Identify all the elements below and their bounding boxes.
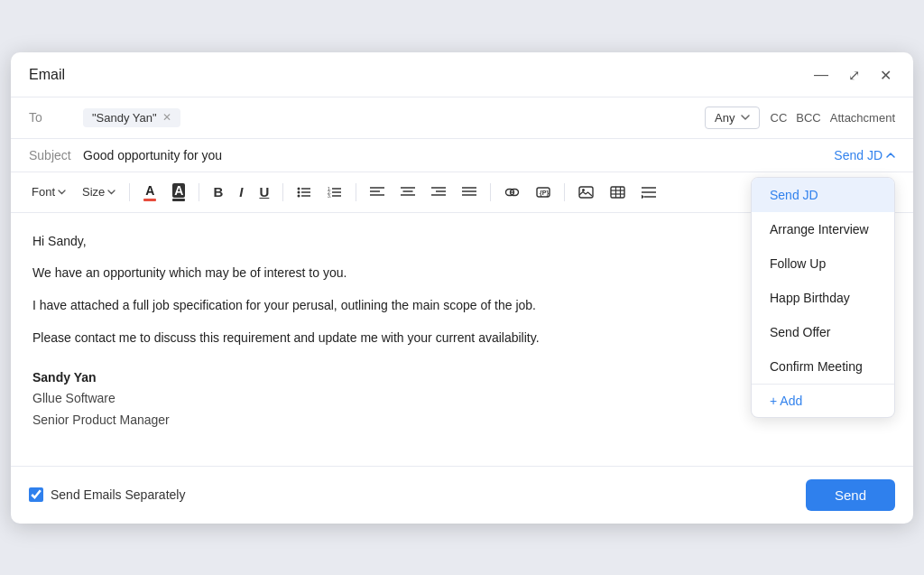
bold-icon: B (213, 184, 223, 199)
link-icon (504, 188, 520, 197)
toolbar-divider-1 (129, 183, 130, 201)
more-button[interactable] (635, 182, 662, 202)
bullet-list-icon (297, 186, 311, 199)
align-right-icon (431, 186, 446, 198)
svg-text:{P}: {P} (540, 190, 549, 197)
svg-point-28 (582, 189, 585, 191)
size-chevron-icon (107, 190, 116, 195)
cc-bcc-links: CC BCC Attachcment (771, 111, 896, 125)
dropdown-item-send-offer[interactable]: Send Offer (752, 315, 894, 349)
svg-point-2 (298, 194, 300, 197)
any-select[interactable]: Any (705, 107, 759, 129)
justify-button[interactable] (456, 182, 483, 201)
subject-value[interactable]: Good opportunity for you (83, 148, 834, 162)
maximize-button[interactable]: ⤢ (845, 65, 864, 86)
dropdown-item-happy-birthday[interactable]: Happ Birthday (752, 281, 894, 315)
recipient-name: "Sandy Yan" (92, 111, 157, 125)
svg-point-1 (298, 190, 300, 193)
highlight-button[interactable]: A (166, 180, 191, 205)
to-field[interactable]: "Sandy Yan" ✕ (83, 108, 705, 127)
font-chevron-icon (58, 190, 66, 195)
image-icon (578, 186, 594, 199)
subject-row: Subject Good opportunity for you Send JD… (11, 139, 913, 172)
align-center-icon (401, 186, 415, 198)
attachment-button[interactable]: Attachcment (830, 111, 895, 125)
toolbar-divider-4 (356, 183, 356, 201)
chevron-up-icon (886, 152, 895, 158)
send-jd-dropdown: Send JD Arrange Interview Follow Up Happ… (751, 177, 895, 418)
footer-row: Send Emails Separately Send (11, 466, 913, 524)
justify-icon (462, 186, 476, 198)
subject-label: Subject (29, 148, 83, 162)
bcc-button[interactable]: BCC (796, 111, 820, 125)
table-button[interactable] (604, 182, 632, 202)
chevron-down-icon (741, 113, 750, 122)
font-button[interactable]: Font (25, 181, 72, 202)
toolbar-divider-5 (490, 183, 491, 201)
svg-rect-29 (611, 187, 624, 198)
variable-icon: {P} (536, 185, 550, 199)
dropdown-item-arrange-interview[interactable]: Arrange Interview (752, 212, 894, 246)
size-label: Size (82, 185, 105, 199)
titlebar: Email — ⤢ ✕ (11, 52, 913, 97)
dropdown-item-send-jd[interactable]: Send JD (752, 178, 894, 212)
svg-text:3.: 3. (328, 193, 331, 199)
toolbar-divider-6 (564, 183, 565, 201)
bold-button[interactable]: B (207, 181, 229, 203)
italic-button[interactable]: I (233, 181, 249, 203)
to-row-right: Any CC BCC Attachcment (705, 107, 895, 129)
table-icon (610, 186, 625, 199)
dropdown-item-confirm-meeting[interactable]: Confirm Meeting (752, 349, 894, 384)
text-color-button[interactable]: A (137, 180, 162, 205)
variable-button[interactable]: {P} (530, 181, 557, 203)
image-button[interactable] (572, 182, 600, 202)
align-right-button[interactable] (425, 182, 452, 201)
dropdown-add-button[interactable]: + Add (752, 384, 894, 417)
numbered-list-button[interactable]: 1. 2. 3. (321, 182, 348, 202)
font-label: Font (32, 185, 55, 199)
cc-button[interactable]: CC (771, 111, 788, 125)
recipient-tag: "Sandy Yan" ✕ (83, 108, 180, 127)
align-left-icon (370, 186, 384, 198)
bullet-list-button[interactable] (291, 182, 318, 202)
italic-icon: I (239, 184, 243, 199)
toolbar-divider-3 (282, 183, 283, 201)
underline-icon: U (259, 184, 269, 199)
link-button[interactable] (498, 184, 526, 200)
highlight-icon: A (172, 183, 185, 201)
more-icon (642, 186, 656, 199)
align-center-button[interactable] (394, 182, 421, 201)
remove-recipient-button[interactable]: ✕ (162, 112, 171, 123)
modal-title: Email (29, 67, 65, 83)
size-button[interactable]: Size (76, 181, 122, 202)
underline-button[interactable]: U (253, 181, 275, 203)
to-row: To "Sandy Yan" ✕ Any CC BCC Attachcment (11, 97, 913, 139)
send-button[interactable]: Send (806, 479, 895, 511)
send-separately-label[interactable]: Send Emails Separately (29, 487, 185, 502)
toolbar-divider-2 (199, 183, 199, 201)
close-button[interactable]: ✕ (876, 65, 895, 86)
dropdown-item-follow-up[interactable]: Follow Up (752, 246, 894, 281)
numbered-list-icon: 1. 2. 3. (328, 186, 342, 199)
send-jd-button[interactable]: Send JD (834, 148, 895, 162)
text-color-icon: A (143, 183, 156, 201)
svg-point-0 (298, 187, 300, 190)
email-modal: Email — ⤢ ✕ To "Sandy Yan" ✕ Any (11, 52, 913, 524)
modal-controls: — ⤢ ✕ (810, 65, 895, 86)
to-label: To (29, 110, 83, 125)
svg-rect-27 (579, 187, 593, 198)
minimize-button[interactable]: — (810, 65, 832, 85)
align-left-button[interactable] (364, 182, 391, 201)
send-separately-checkbox[interactable] (29, 487, 43, 502)
